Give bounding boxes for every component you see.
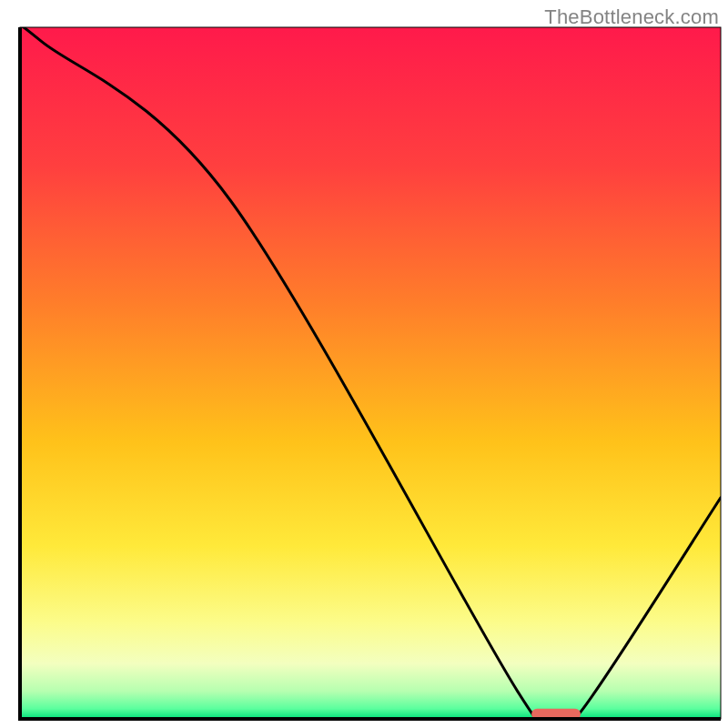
chart-container: TheBottleneck.com	[0, 0, 728, 728]
plot-background	[20, 27, 721, 719]
watermark: TheBottleneck.com	[544, 5, 719, 29]
bottleneck-chart	[0, 0, 728, 728]
